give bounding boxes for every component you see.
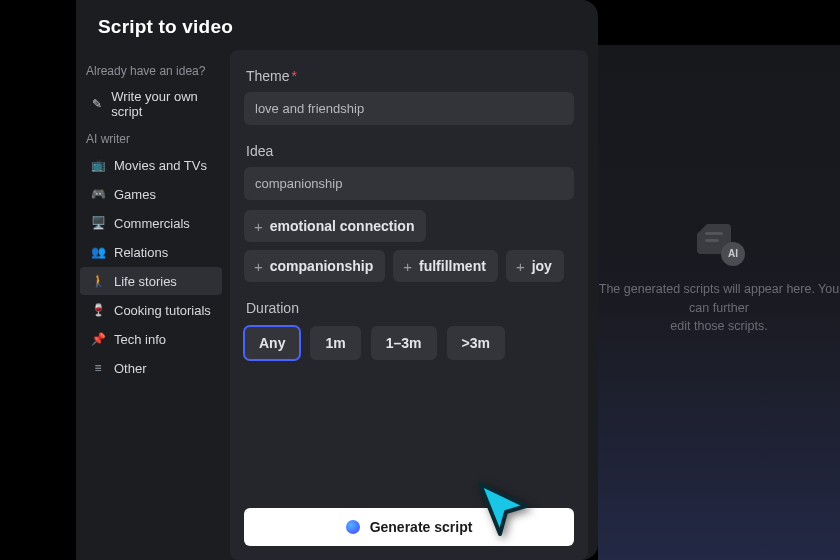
title-bar: Script to video [76, 0, 598, 50]
duration-option[interactable]: Any [244, 326, 300, 360]
plus-icon: + [516, 259, 525, 274]
theme-input[interactable] [244, 92, 574, 125]
plus-icon: + [254, 259, 263, 274]
category-icon: 📺 [90, 157, 106, 173]
sidebar-item-label: Games [114, 187, 156, 202]
page-title: Script to video [98, 16, 576, 38]
category-icon: 📌 [90, 331, 106, 347]
sidebar: Already have an idea? ✎ Write your own s… [76, 50, 226, 560]
sidebar-item-label: Write your own script [111, 89, 212, 119]
duration-option[interactable]: 1m [310, 326, 360, 360]
sidebar-item-relations[interactable]: 👥Relations [80, 238, 222, 266]
theme-label: Theme* [246, 68, 574, 84]
sidebar-item-tech-info[interactable]: 📌Tech info [80, 325, 222, 353]
duration-row: Any1m1–3m>3m [244, 326, 574, 360]
idea-label: Idea [246, 143, 574, 159]
idea-tag[interactable]: +companionship [244, 250, 385, 282]
sidebar-section-ai-writer: AI writer [76, 126, 226, 150]
sidebar-section-have-idea: Already have an idea? [76, 58, 226, 82]
category-icon: 🎮 [90, 186, 106, 202]
form-main: Theme* Idea +emotional connection+compan… [230, 50, 588, 560]
sidebar-item-write-own[interactable]: ✎ Write your own script [80, 83, 222, 125]
sidebar-item-other[interactable]: ≡Other [80, 354, 222, 382]
sparkle-icon [346, 520, 360, 534]
required-asterisk: * [292, 68, 297, 84]
tag-label: fulfillment [419, 258, 486, 274]
sidebar-item-life-stories[interactable]: 🚶Life stories [80, 267, 222, 295]
duration-label: Duration [246, 300, 574, 316]
category-icon: 👥 [90, 244, 106, 260]
idea-tag[interactable]: +fulfillment [393, 250, 498, 282]
generate-label: Generate script [370, 519, 473, 535]
plus-icon: + [254, 219, 263, 234]
duration-option[interactable]: >3m [447, 326, 505, 360]
category-icon: ≡ [90, 360, 106, 376]
sidebar-item-label: Relations [114, 245, 168, 260]
script-placeholder-icon: AI [693, 224, 745, 266]
category-icon: 🚶 [90, 273, 106, 289]
sidebar-item-commercials[interactable]: 🖥️Commercials [80, 209, 222, 237]
sidebar-item-label: Movies and TVs [114, 158, 207, 173]
sidebar-item-label: Life stories [114, 274, 177, 289]
idea-tag[interactable]: +emotional connection [244, 210, 426, 242]
sidebar-item-cooking-tutorials[interactable]: 🍷Cooking tutorials [80, 296, 222, 324]
tag-label: emotional connection [270, 218, 415, 234]
tag-label: companionship [270, 258, 373, 274]
sidebar-item-label: Commercials [114, 216, 190, 231]
script-panel: Script to video Already have an idea? ✎ … [76, 0, 598, 560]
tag-label: joy [532, 258, 552, 274]
category-icon: 🖥️ [90, 215, 106, 231]
category-icon: 🍷 [90, 302, 106, 318]
idea-tags: +emotional connection+companionship+fulf… [244, 210, 574, 282]
sidebar-item-movies-and-tvs[interactable]: 📺Movies and TVs [80, 151, 222, 179]
duration-option[interactable]: 1–3m [371, 326, 437, 360]
ai-badge: AI [721, 242, 745, 266]
sidebar-item-label: Tech info [114, 332, 166, 347]
pencil-icon: ✎ [90, 96, 103, 112]
generate-script-button[interactable]: Generate script [244, 508, 574, 546]
sidebar-item-label: Other [114, 361, 147, 376]
sidebar-item-games[interactable]: 🎮Games [80, 180, 222, 208]
plus-icon: + [403, 259, 412, 274]
placeholder-text: The generated scripts will appear here. … [598, 280, 840, 336]
idea-input[interactable] [244, 167, 574, 200]
idea-tag[interactable]: +joy [506, 250, 564, 282]
preview-panel: AI The generated scripts will appear her… [598, 0, 840, 560]
sidebar-item-label: Cooking tutorials [114, 303, 211, 318]
